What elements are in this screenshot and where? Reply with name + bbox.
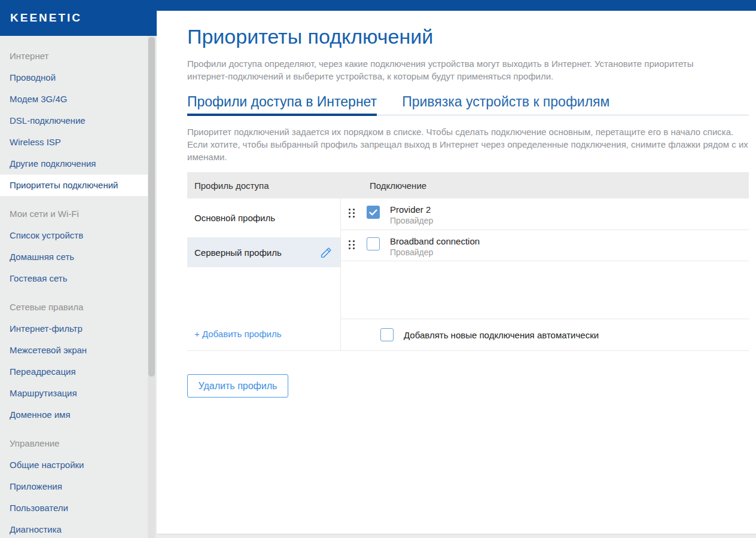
drag-handle-icon[interactable] <box>349 240 355 261</box>
column-header-profile: Профиль доступа <box>187 181 341 191</box>
sidebar-item[interactable]: Диагностика <box>0 519 157 538</box>
sidebar-nav: ИнтернетПроводнойМодем 3G/4GDSL-подключе… <box>0 36 157 538</box>
connection-type: Провайдер <box>390 247 480 258</box>
check-icon <box>369 209 377 216</box>
sidebar-section-header: Интернет <box>0 45 157 67</box>
sidebar-item[interactable]: Доменное имя <box>0 404 157 426</box>
sidebar-item[interactable]: Проводной <box>0 67 157 88</box>
auto-add-checkbox[interactable] <box>380 328 394 341</box>
sidebar-item[interactable]: Интернет-фильтр <box>0 318 157 340</box>
auto-add-row: Добавлять новые подключения автоматическ… <box>341 319 749 350</box>
sidebar-header: KEENETIC <box>0 0 157 36</box>
profile-row[interactable]: Основной профиль <box>187 198 340 237</box>
sidebar-item[interactable]: DSL-подключение <box>0 110 157 132</box>
sidebar-item[interactable]: Wireless ISP <box>0 132 157 153</box>
auto-add-label: Добавлять новые подключения автоматическ… <box>404 330 599 340</box>
profile-name: Основной профиль <box>194 213 275 223</box>
sidebar-scrollbar-thumb[interactable] <box>148 37 155 377</box>
drag-handle-icon[interactable] <box>349 209 355 230</box>
sidebar-item[interactable]: Приложения <box>0 476 157 497</box>
sidebar-item[interactable]: Модем 3G/4G <box>0 88 157 110</box>
sidebar-item[interactable]: Список устройств <box>0 225 157 246</box>
connection-checkbox[interactable] <box>367 206 380 219</box>
sidebar-scrollbar-track[interactable] <box>148 36 156 538</box>
sidebar-item[interactable]: Гостевая сеть <box>0 268 157 289</box>
connection-type: Провайдер <box>390 215 433 227</box>
column-header-connection: Подключение <box>341 181 426 191</box>
sidebar-item[interactable]: Маршрутизация <box>0 383 157 404</box>
sidebar-item[interactable]: Пользователи <box>0 497 157 519</box>
keenetic-logo: KEENETIC <box>10 11 82 25</box>
page-title: Приоритеты подключений <box>187 25 756 48</box>
connection-texts: Provider 2Провайдер <box>390 204 433 230</box>
add-profile-link[interactable]: + Добавить профиль <box>187 329 340 350</box>
sidebar-item[interactable]: Общие настройки <box>0 454 157 476</box>
sidebar-section-header: Управление <box>0 433 157 454</box>
connection-name: Broadband connection <box>390 236 480 247</box>
sidebar-section-header: Мои сети и Wi-Fi <box>0 203 157 225</box>
profile-name: Серверный профиль <box>194 247 282 258</box>
connection-checkbox[interactable] <box>367 237 380 250</box>
connection-texts: Broadband connectionПровайдер <box>390 236 480 261</box>
sidebar-section-header: Сетевые правила <box>0 296 157 318</box>
table-header: Профиль доступа Подключение <box>187 172 749 198</box>
connections-column: Provider 2ПровайдерBroadband connectionП… <box>341 198 749 350</box>
tab-description: Приоритет подключений задается их порядк… <box>187 126 754 163</box>
tab-access-profiles[interactable]: Профили доступа в Интернет <box>187 94 377 115</box>
connection-row: Provider 2Провайдер <box>341 198 749 230</box>
connection-name: Provider 2 <box>390 204 433 215</box>
edit-profile-icon[interactable] <box>320 246 333 259</box>
main-content: Приоритеты подключений Профили доступа о… <box>157 11 756 534</box>
sidebar-item-active[interactable]: Приоритеты подключений <box>0 175 148 196</box>
sidebar-item[interactable]: Переадресация <box>0 361 157 383</box>
connections-empty-space <box>341 261 749 319</box>
tab-bar: Профили доступа в Интернет Привязка устр… <box>187 94 749 115</box>
profile-row-selected[interactable]: Серверный профиль <box>187 237 340 267</box>
sidebar-item[interactable]: Домашняя сеть <box>0 246 157 268</box>
page-intro: Профили доступа определяют, через какие … <box>187 57 694 82</box>
sidebar-item[interactable]: Другие подключения <box>0 153 157 175</box>
profiles-column: Основной профильСерверный профиль + Доба… <box>187 198 341 350</box>
connection-rows: Provider 2ПровайдерBroadband connectionП… <box>341 198 749 261</box>
profiles-table: Профиль доступа Подключение Основной про… <box>187 172 749 351</box>
connection-row: Broadband connectionПровайдер <box>341 230 749 261</box>
sidebar-item[interactable]: Межсетевой экран <box>0 340 157 361</box>
sidebar: KEENETIC ИнтернетПроводнойМодем 3G/4GDSL… <box>0 0 157 538</box>
delete-profile-button[interactable]: Удалить профиль <box>187 374 288 398</box>
table-body: Основной профильСерверный профиль + Доба… <box>187 198 749 351</box>
tab-device-binding[interactable]: Привязка устройств к профилям <box>402 94 609 115</box>
profile-rows: Основной профильСерверный профиль <box>187 198 340 267</box>
